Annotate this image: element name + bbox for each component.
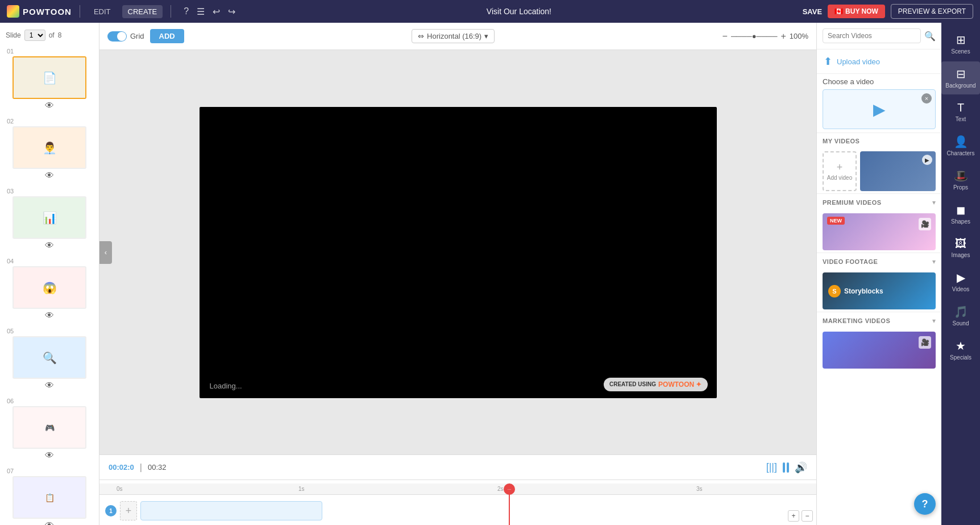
- background-tool[interactable]: ⊟ Background: [941, 61, 980, 94]
- premium-video-thumb[interactable]: NEW 🎥: [823, 213, 936, 250]
- preview-button[interactable]: PREVIEW & EXPORT: [891, 4, 973, 19]
- top-bar: POWTOON EDIT CREATE ? ☰ ↩ ↪ Visit Our Lo…: [0, 0, 980, 23]
- text-tool[interactable]: T Text: [941, 96, 980, 128]
- premium-videos-section: PREMIUM VIDEOS ▾ NEW 🎥: [817, 193, 941, 253]
- characters-tool[interactable]: 👤 Characters: [941, 129, 980, 162]
- buy-button[interactable]: 🇨🇦 BUY NOW: [828, 5, 885, 18]
- timeline-zoom-in[interactable]: +: [788, 510, 799, 522]
- background-icon: ⊟: [956, 67, 966, 81]
- specials-tool[interactable]: ★ Specials: [941, 333, 980, 366]
- time-separator: |: [140, 462, 142, 473]
- zoom-in-button[interactable]: +: [780, 31, 786, 42]
- premium-header[interactable]: PREMIUM VIDEOS ▾: [817, 194, 941, 211]
- timeline-clip[interactable]: [140, 501, 322, 520]
- create-tab[interactable]: CREATE: [122, 5, 163, 18]
- slide-eye-icon[interactable]: 👁: [45, 450, 54, 461]
- powtoon-logo-small: POWTOON ✦: [658, 381, 701, 388]
- slide-thumb-wrap: 🔍: [13, 336, 86, 379]
- upload-video-button[interactable]: ⬆ Upload video: [817, 49, 941, 74]
- notes-icon[interactable]: ☰: [197, 6, 205, 17]
- props-tool[interactable]: 🎩 Props: [941, 163, 980, 196]
- search-input[interactable]: [823, 28, 921, 43]
- slide-eye-icon[interactable]: 👁: [45, 381, 54, 391]
- timeline-zoom-controls: + −: [788, 510, 813, 522]
- slide-canvas[interactable]: Loading... CREATED USING POWTOON ✦: [200, 107, 717, 398]
- help-icon: ?: [922, 498, 928, 510]
- canvas-wrapper: ‹ Loading... CREATED USING POWTOON ✦: [99, 50, 816, 454]
- slide-item[interactable]: 04 😱 👁: [0, 254, 99, 324]
- marketing-video-thumb[interactable]: 🎥: [823, 332, 936, 369]
- slide-item[interactable]: 01 📄 👁: [0, 44, 99, 114]
- timeline-playhead[interactable]: ···: [509, 483, 510, 525]
- slide-thumb: 📄: [14, 57, 85, 98]
- close-video-button[interactable]: ×: [921, 93, 932, 104]
- ruler-1s: 1s: [298, 486, 305, 492]
- storyblocks-name: Storyblocks: [844, 287, 883, 295]
- grid-label: Grid: [130, 32, 144, 40]
- presentation-title: Visit Our Location!: [241, 7, 796, 16]
- slide-item[interactable]: 03 📊 👁: [0, 184, 99, 254]
- slide-eye-icon[interactable]: 👁: [45, 241, 54, 251]
- shapes-tool[interactable]: ◼ Shapes: [941, 197, 980, 230]
- my-videos-header[interactable]: MY VIDEOS: [817, 133, 941, 149]
- storyblocks-label: VIDEO FOOTAGE: [823, 258, 878, 265]
- storyblocks-header[interactable]: VIDEO FOOTAGE ▾: [817, 253, 941, 270]
- aspect-chevron-icon: ▾: [484, 32, 488, 40]
- logo-text: POWTOON: [23, 7, 72, 16]
- timeline-zoom-out[interactable]: −: [802, 510, 813, 522]
- slide-eye-icon[interactable]: 👁: [45, 520, 54, 525]
- playback-controls: 00:02:0 | 00:32 [||] 🔊: [99, 454, 816, 479]
- add-video-button[interactable]: + Add video: [823, 151, 857, 191]
- zoom-controls: − ────●──── + 100%: [722, 31, 808, 42]
- flag-icon: 🇨🇦: [834, 7, 843, 15]
- slide-thumb: 📊: [14, 197, 85, 238]
- grid-toggle-switch[interactable]: [107, 31, 127, 42]
- scenes-tool[interactable]: ⊞ Scenes: [941, 27, 980, 60]
- undo-icon[interactable]: ↩: [213, 6, 220, 17]
- slide-thumb-wrap: 📊: [13, 196, 86, 239]
- slide-number-select[interactable]: 1: [24, 30, 45, 41]
- search-icon[interactable]: 🔍: [924, 31, 936, 42]
- storyblocks-thumb[interactable]: S Storyblocks: [823, 272, 936, 309]
- slide-item[interactable]: 02 👨‍💼 👁: [0, 114, 99, 184]
- edit-tab[interactable]: EDIT: [88, 5, 117, 18]
- volume-icon[interactable]: 🔊: [795, 461, 807, 474]
- background-label: Background: [945, 82, 975, 89]
- help-icon[interactable]: ?: [184, 6, 189, 16]
- add-button[interactable]: ADD: [150, 29, 184, 43]
- slide-thumb-wrap: 👨‍💼: [13, 126, 86, 169]
- slide-eye-icon[interactable]: 👁: [45, 311, 54, 321]
- shapes-label: Shapes: [951, 218, 970, 225]
- slide-thumb-wrap: 📄: [13, 56, 86, 99]
- slide-eye-icon[interactable]: 👁: [45, 171, 54, 181]
- slide-item[interactable]: 07 📋 👁: [0, 464, 99, 525]
- videos-tool[interactable]: ▶ Videos: [941, 265, 980, 298]
- aspect-icon: ⇔: [418, 32, 424, 40]
- props-icon: 🎩: [954, 169, 968, 183]
- images-tool[interactable]: 🖼 Images: [941, 232, 980, 264]
- my-videos-label: MY VIDEOS: [823, 138, 859, 144]
- save-button[interactable]: SAVE: [803, 7, 822, 16]
- help-button[interactable]: ?: [914, 493, 936, 515]
- pause-button[interactable]: [783, 462, 789, 473]
- playhead-handle: ···: [504, 483, 515, 495]
- zoom-slider[interactable]: ────●────: [731, 32, 778, 40]
- slide-thumb-wrap: 😱: [13, 266, 86, 309]
- my-video-thumb[interactable]: ▶: [860, 151, 936, 191]
- marketing-chevron-icon: ▾: [932, 317, 936, 325]
- collapse-panel-button[interactable]: ‹: [99, 241, 112, 264]
- aspect-button[interactable]: ⇔ Horizontal (16:9) ▾: [412, 29, 495, 43]
- slide-item[interactable]: 06 🎮 👁: [0, 394, 99, 464]
- divider: [80, 5, 80, 18]
- add-clip-button[interactable]: +: [120, 501, 137, 520]
- slide-eye-icon[interactable]: 👁: [45, 101, 54, 111]
- redo-icon[interactable]: ↪: [228, 6, 235, 17]
- slide-item[interactable]: 05 🔍 👁: [0, 324, 99, 394]
- sound-tool[interactable]: 🎵 Sound: [941, 299, 980, 332]
- zoom-level: 100%: [790, 32, 808, 40]
- choose-label: Choose a video: [823, 77, 936, 86]
- marketing-header[interactable]: MARKETING VIDEOS ▾: [817, 312, 941, 329]
- choose-video-placeholder[interactable]: ▶ ×: [823, 89, 936, 129]
- watermark: CREATED USING POWTOON ✦: [604, 378, 708, 391]
- zoom-out-button[interactable]: −: [722, 31, 728, 42]
